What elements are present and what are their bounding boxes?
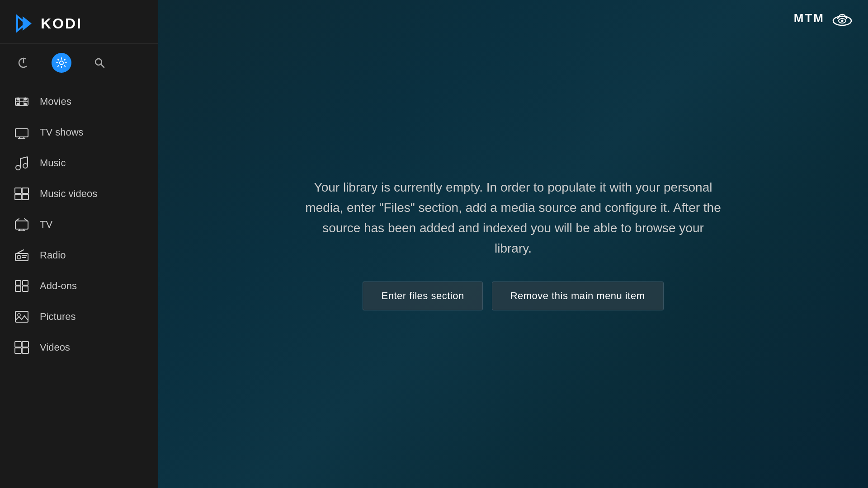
add-ons-icon <box>14 278 30 294</box>
music-label: Music <box>40 157 66 169</box>
power-icon <box>18 57 29 69</box>
sidebar-item-tv[interactable]: TV <box>0 209 158 240</box>
app-header: KODI <box>0 0 158 44</box>
svg-line-23 <box>20 157 28 159</box>
music-icon <box>14 155 30 171</box>
svg-rect-27 <box>22 194 28 200</box>
svg-rect-24 <box>15 188 21 193</box>
svg-point-4 <box>60 61 63 65</box>
brand-header: MTM <box>794 9 854 27</box>
gear-icon <box>56 57 67 69</box>
enter-files-button[interactable]: Enter files section <box>363 282 482 310</box>
svg-rect-39 <box>15 286 21 291</box>
tv-shows-icon <box>14 124 30 141</box>
sidebar: KODI <box>0 0 158 488</box>
action-buttons-container: Enter files section Remove this main men… <box>363 282 663 310</box>
tv-label: TV <box>40 219 52 230</box>
power-button[interactable] <box>14 53 33 73</box>
svg-rect-45 <box>15 342 21 347</box>
videos-label: Videos <box>40 342 70 353</box>
settings-button[interactable] <box>52 53 71 73</box>
sidebar-item-pictures[interactable]: Pictures <box>0 301 158 332</box>
main-content: MTM Your library is currently empty. In … <box>158 0 868 488</box>
svg-rect-43 <box>15 311 28 322</box>
svg-rect-26 <box>15 194 21 200</box>
svg-rect-42 <box>23 281 28 285</box>
svg-point-44 <box>18 314 20 316</box>
svg-rect-28 <box>15 221 28 229</box>
search-button[interactable] <box>90 53 109 73</box>
svg-rect-41 <box>15 281 21 285</box>
svg-rect-47 <box>15 348 21 353</box>
svg-line-32 <box>24 219 27 221</box>
sidebar-controls <box>0 44 158 82</box>
svg-rect-15 <box>15 129 28 137</box>
svg-marker-1 <box>23 16 32 31</box>
main-navigation: Movies TV shows <box>0 82 158 488</box>
sidebar-item-music[interactable]: Music <box>0 148 158 178</box>
pictures-icon <box>14 309 30 325</box>
brand-text: MTM <box>794 11 825 25</box>
library-empty-message: Your library is currently empty. In orde… <box>287 178 739 258</box>
radio-icon <box>14 247 30 263</box>
videos-icon <box>14 339 30 356</box>
sidebar-item-music-videos[interactable]: Music videos <box>0 178 158 209</box>
svg-rect-46 <box>22 342 28 347</box>
sidebar-item-movies[interactable]: Movies <box>0 86 158 117</box>
radio-label: Radio <box>40 249 66 261</box>
sidebar-item-radio[interactable]: Radio <box>0 240 158 271</box>
sidebar-item-tv-shows[interactable]: TV shows <box>0 117 158 148</box>
svg-rect-40 <box>23 286 28 291</box>
app-title: KODI <box>41 15 82 32</box>
svg-point-35 <box>17 255 21 259</box>
tv-icon <box>14 216 30 233</box>
movies-label: Movies <box>40 96 71 108</box>
add-ons-label: Add-ons <box>40 280 77 292</box>
svg-rect-25 <box>22 188 28 193</box>
music-videos-label: Music videos <box>40 188 97 200</box>
search-icon <box>94 57 105 69</box>
svg-rect-48 <box>22 348 28 353</box>
pictures-label: Pictures <box>40 311 75 323</box>
svg-point-20 <box>23 164 28 168</box>
remove-menu-item-button[interactable]: Remove this main menu item <box>492 282 664 310</box>
svg-line-6 <box>101 65 104 68</box>
cloud-icon <box>830 9 854 27</box>
svg-line-38 <box>17 250 24 253</box>
movies-icon <box>14 94 30 110</box>
music-videos-icon <box>14 186 30 202</box>
svg-point-19 <box>16 165 20 170</box>
sidebar-item-videos[interactable]: Videos <box>0 332 158 363</box>
tv-shows-label: TV shows <box>40 127 84 138</box>
sidebar-item-add-ons[interactable]: Add-ons <box>0 271 158 301</box>
kodi-logo-icon <box>14 13 35 34</box>
svg-line-33 <box>16 219 19 221</box>
svg-point-51 <box>841 20 844 22</box>
